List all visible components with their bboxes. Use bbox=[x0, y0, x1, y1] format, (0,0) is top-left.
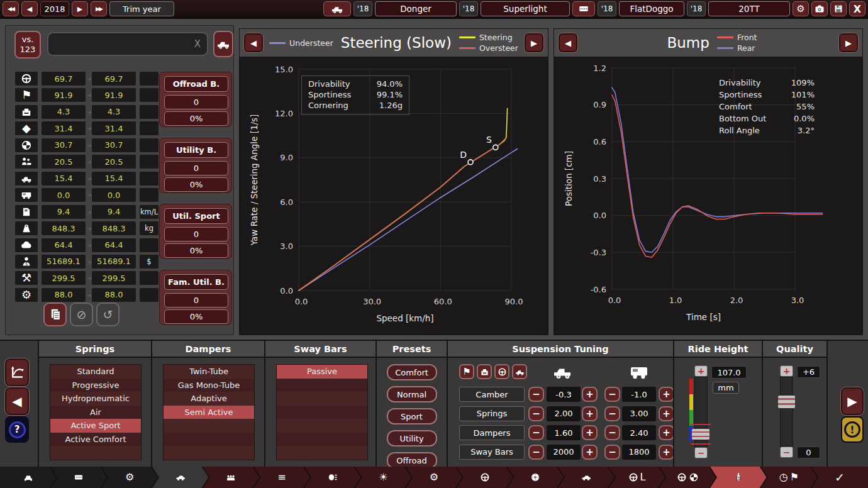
sway_bars-option[interactable]: Passive bbox=[277, 365, 367, 379]
tab-flywheel[interactable]: ☀ bbox=[355, 467, 411, 488]
close-button[interactable]: X bbox=[849, 1, 865, 16]
tab-wheels[interactable] bbox=[457, 467, 513, 488]
camber-rear-increase-button[interactable]: + bbox=[659, 387, 674, 402]
stat-value-current[interactable]: 91.9 bbox=[41, 87, 86, 103]
springs-front-decrease-button[interactable]: − bbox=[528, 406, 544, 421]
quality-slider-handle[interactable] bbox=[778, 396, 795, 408]
ride-height-increase-button[interactable]: + bbox=[694, 365, 708, 377]
year-next-button[interactable]: ▶ bbox=[72, 1, 88, 16]
tab-interior[interactable] bbox=[203, 467, 260, 488]
tuning-target-steer-button[interactable] bbox=[494, 364, 509, 379]
car-filter-button[interactable] bbox=[213, 31, 233, 57]
stat-value-current[interactable]: 848.3 bbox=[41, 221, 86, 236]
preset-comfort-button[interactable]: Comfort bbox=[387, 364, 437, 380]
springs-option[interactable]: Active Sport bbox=[50, 419, 141, 433]
steering-next-graph-button[interactable]: ▶ bbox=[525, 33, 543, 52]
tab-body[interactable] bbox=[152, 467, 209, 488]
ride-height-slider-handle[interactable] bbox=[692, 429, 709, 440]
stat-value-current[interactable]: 0.0 bbox=[41, 187, 86, 202]
tuning-target-truck-button[interactable] bbox=[512, 364, 527, 379]
stat-value-current[interactable]: 30.7 bbox=[41, 138, 86, 153]
screenshot-button[interactable] bbox=[811, 1, 828, 16]
model-name[interactable]: Donger bbox=[375, 1, 457, 16]
preset-normal-button[interactable]: Normal bbox=[387, 386, 437, 402]
dampers-option[interactable] bbox=[164, 446, 254, 460]
dampers-option[interactable]: Twin-Tube bbox=[164, 365, 254, 379]
sway_bars-option[interactable] bbox=[277, 419, 367, 433]
stat-value-compare[interactable]: 0.0 bbox=[91, 187, 136, 202]
sway_bars-option[interactable] bbox=[277, 406, 367, 419]
trim-year-button[interactable]: Trim year bbox=[109, 1, 174, 16]
dampers-front-increase-button[interactable]: + bbox=[582, 425, 598, 440]
sway_bars-option[interactable] bbox=[277, 433, 367, 446]
preset-sport-button[interactable]: Sport bbox=[387, 408, 437, 424]
engine-variant-name[interactable]: 20TT bbox=[708, 1, 790, 16]
tab-confirm[interactable]: ✓ bbox=[811, 467, 868, 488]
stat-value-current[interactable]: 4.3 bbox=[41, 104, 86, 119]
stat-value-compare[interactable]: 9.4 bbox=[91, 204, 136, 219]
badge-title[interactable]: Util. Sport bbox=[164, 208, 228, 224]
stat-value-compare[interactable]: 88.0 bbox=[91, 287, 136, 302]
stat-value-compare[interactable]: 64.4 bbox=[91, 238, 136, 253]
bump-next-graph-button[interactable]: ▶ bbox=[839, 33, 858, 52]
tab-gearing[interactable]: L bbox=[609, 467, 665, 488]
quality-slider-track[interactable] bbox=[780, 377, 793, 446]
tab-car-front[interactable] bbox=[0, 467, 57, 488]
springs-rear-decrease-button[interactable]: − bbox=[604, 406, 620, 421]
sway-bars-rear-decrease-button[interactable]: − bbox=[604, 445, 620, 460]
sway_bars-option[interactable] bbox=[277, 446, 367, 460]
stat-value-compare[interactable]: 69.7 bbox=[91, 71, 136, 86]
stat-value-compare[interactable]: 848.3 bbox=[91, 221, 136, 236]
car-model-button[interactable] bbox=[323, 1, 351, 16]
springs-front-increase-button[interactable]: + bbox=[582, 406, 598, 421]
dampers-option[interactable]: Semi Active bbox=[164, 406, 254, 419]
stat-value-current[interactable]: 69.7 bbox=[41, 71, 86, 86]
springs-option[interactable]: Progressive bbox=[50, 379, 141, 392]
bump-prev-graph-button[interactable]: ◀ bbox=[559, 33, 577, 52]
springs-option[interactable] bbox=[50, 446, 141, 460]
tab-safety[interactable] bbox=[659, 467, 716, 488]
stat-value-compare[interactable]: 91.9 bbox=[91, 87, 136, 103]
engine-family-button[interactable] bbox=[572, 1, 595, 16]
springs-option[interactable]: Hydropneumatic bbox=[50, 392, 141, 406]
trim-name[interactable]: Superlight bbox=[481, 1, 570, 16]
camber-rear-decrease-button[interactable]: − bbox=[604, 387, 620, 402]
stat-value-compare[interactable]: 4.3 bbox=[91, 104, 136, 119]
preset-utility-button[interactable]: Utility bbox=[387, 430, 437, 446]
tab-lights[interactable] bbox=[304, 467, 361, 488]
dampers-rear-decrease-button[interactable]: − bbox=[604, 425, 620, 440]
stat-value-compare[interactable]: 20.5 bbox=[91, 154, 136, 169]
quality-increase-button[interactable]: + bbox=[780, 365, 793, 377]
stat-value-current[interactable]: 51689.1 bbox=[41, 254, 86, 269]
engine-family-name[interactable]: FlatDoggo bbox=[619, 1, 684, 16]
steering-prev-graph-button[interactable]: ◀ bbox=[244, 33, 263, 52]
year-first-button[interactable]: ◀◀ bbox=[3, 1, 19, 16]
dampers-rear-increase-button[interactable]: + bbox=[659, 425, 674, 440]
search-input[interactable] bbox=[48, 39, 188, 49]
save-button[interactable] bbox=[830, 1, 847, 16]
camber-front-decrease-button[interactable]: − bbox=[528, 387, 544, 402]
springs-option[interactable]: Standard bbox=[50, 365, 141, 379]
year-last-button[interactable]: ▶▶ bbox=[91, 1, 107, 16]
quality-decrease-button[interactable]: − bbox=[780, 446, 793, 458]
dampers-option[interactable]: Gas Mono-Tube bbox=[164, 379, 254, 392]
compare-button[interactable]: vs. 123 bbox=[14, 31, 41, 58]
tab-drivetrain[interactable]: ⚙ bbox=[101, 467, 158, 488]
sway-bars-front-increase-button[interactable]: + bbox=[582, 445, 598, 460]
stat-value-current[interactable]: 15.4 bbox=[41, 171, 86, 186]
warnings-button[interactable]: ! bbox=[841, 416, 864, 443]
stat-value-current[interactable]: 20.5 bbox=[41, 154, 86, 169]
tab-suspension[interactable] bbox=[710, 467, 767, 488]
clone-trim-button[interactable] bbox=[43, 302, 67, 326]
stat-value-compare[interactable]: 299.5 bbox=[91, 270, 136, 286]
year-prev-button[interactable]: ◀ bbox=[21, 1, 38, 16]
sway-bars-rear-increase-button[interactable]: + bbox=[659, 445, 674, 460]
stat-value-compare[interactable]: 31.4 bbox=[91, 121, 136, 136]
settings-button[interactable]: ⚙ bbox=[793, 1, 809, 16]
stat-value-current[interactable]: 299.5 bbox=[41, 270, 86, 286]
springs-option[interactable]: Air bbox=[50, 406, 141, 419]
help-button[interactable]: ? bbox=[5, 416, 29, 443]
previous-section-button[interactable]: ◀ bbox=[5, 387, 29, 415]
tuning-target-chair-button[interactable] bbox=[477, 364, 492, 379]
search-clear-button[interactable]: X bbox=[188, 38, 207, 50]
